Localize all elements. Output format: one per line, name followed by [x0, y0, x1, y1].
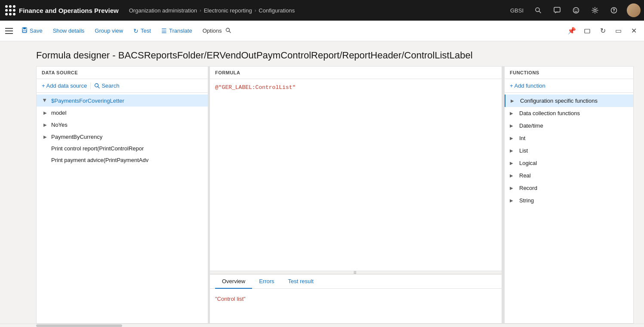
svg-rect-10: [23, 28, 26, 29]
chevron-int: ▶: [510, 136, 517, 141]
chevron-real: ▶: [510, 173, 517, 178]
add-data-source-label: + Add data source: [42, 83, 87, 89]
save-button[interactable]: Save: [17, 24, 47, 37]
refresh-cmd-icon[interactable]: ↻: [596, 24, 610, 38]
function-item-real[interactable]: ▶ Real: [505, 169, 633, 182]
show-details-label: Show details: [53, 28, 85, 34]
chevron-list: ▶: [510, 148, 517, 153]
chevron-payment-currency: ▶: [42, 133, 49, 140]
bottom-panel: Overview Errors Test result "Control lis…: [210, 274, 502, 323]
function-item-logical-label: Logical: [519, 160, 537, 166]
close-icon[interactable]: ✕: [627, 24, 641, 38]
function-item-string-label: String: [519, 197, 534, 204]
svg-line-16: [98, 87, 99, 88]
formula-editor[interactable]: [210, 79, 502, 271]
add-function-label: + Add function: [510, 83, 545, 89]
functions-toolbar: + Add function: [505, 79, 633, 93]
chevron-model: ▶: [42, 109, 49, 116]
page-title-bar: Formula designer - BACSReportsFolder/ERV…: [0, 41, 644, 66]
translate-label: Translate: [169, 28, 192, 34]
breadcrumb-chevron-1: ›: [200, 8, 201, 13]
formula-result: "Control list": [215, 296, 246, 302]
tree-item-payment-currency[interactable]: ▶ PaymentByCurrency: [37, 131, 208, 143]
breadcrumb-item-1[interactable]: Organization administration: [129, 7, 197, 14]
smiley-nav-icon[interactable]: [570, 4, 582, 16]
function-item-record[interactable]: ▶ Record: [505, 182, 633, 194]
command-bar: Save Show details Group view ↻ Test ☰ Tr…: [0, 21, 644, 41]
function-item-config-label: Configuration specific functions: [520, 98, 598, 104]
tab-content: "Control list": [210, 289, 502, 323]
tree-item-model[interactable]: ▶ model: [37, 107, 208, 119]
chevron-payments: ▶: [42, 97, 49, 104]
function-item-int-label: Int: [519, 135, 525, 141]
function-item-int[interactable]: ▶ Int: [505, 132, 633, 144]
group-view-button[interactable]: Group view: [90, 25, 127, 37]
function-item-logical[interactable]: ▶ Logical: [505, 157, 633, 169]
function-item-list[interactable]: ▶ List: [505, 144, 633, 157]
scrollbar-thumb[interactable]: [36, 324, 122, 327]
chevron-datetime: ▶: [510, 123, 517, 128]
svg-rect-11: [23, 31, 26, 32]
tree-item-print-payment[interactable]: Print payment advice(PrintPaymentAdv: [37, 154, 208, 166]
add-function-button[interactable]: + Add function: [510, 82, 545, 90]
breadcrumb-item-3[interactable]: Configurations: [259, 7, 295, 14]
options-label: Options: [203, 28, 222, 34]
function-item-datetime[interactable]: ▶ Date/time: [505, 119, 633, 132]
function-item-data-collection[interactable]: ▶ Data collection functions: [505, 107, 633, 119]
chat-nav-icon[interactable]: [551, 4, 563, 16]
cmd-right: 📌 ↻ ▭ ✕: [565, 24, 641, 38]
data-source-panel: DATA SOURCE + Add data source Search ▶ $…: [36, 66, 208, 324]
pin-icon[interactable]: 📌: [565, 24, 579, 38]
app-grid-icon[interactable]: [3, 3, 17, 17]
expand-icon[interactable]: [580, 24, 594, 38]
chevron-noyes: ▶: [42, 121, 49, 128]
show-details-button[interactable]: Show details: [49, 25, 89, 37]
chevron-record: ▶: [510, 186, 517, 190]
help-nav-icon[interactable]: [608, 4, 620, 16]
tree-item-payments[interactable]: ▶ $PaymentsForCoveringLetter: [37, 95, 208, 107]
formula-panel: FORMULA ≡ Overview Errors Test result "C…: [210, 66, 502, 324]
page-title: Formula designer - BACSReportsFolder/ERV…: [36, 50, 634, 61]
search-nav-icon[interactable]: [532, 4, 544, 16]
refresh-icon: ↻: [133, 28, 139, 34]
tree-item-print-control[interactable]: Print control report(PrintControlRepor: [37, 143, 208, 154]
test-label: Test: [141, 28, 151, 34]
svg-point-8: [613, 12, 614, 12]
org-id: GBSI: [510, 7, 524, 14]
chevron-logical: ▶: [510, 161, 517, 165]
translate-button[interactable]: ☰ Translate: [157, 25, 197, 37]
svg-point-6: [594, 9, 596, 12]
function-item-string[interactable]: ▶ String: [505, 194, 633, 207]
tree-item-model-label: model: [51, 110, 66, 116]
options-button[interactable]: Options: [198, 25, 236, 37]
function-item-config[interactable]: ▶ Configuration specific functions: [505, 95, 633, 107]
svg-line-13: [229, 31, 231, 33]
save-label: Save: [30, 28, 43, 34]
group-view-label: Group view: [95, 28, 123, 34]
tab-overview[interactable]: Overview: [215, 275, 252, 289]
add-data-source-button[interactable]: + Add data source: [42, 82, 87, 90]
breadcrumb-item-2[interactable]: Electronic reporting: [204, 7, 252, 14]
hamburger-icon[interactable]: [3, 25, 15, 37]
main-area: Formula designer - BACSReportsFolder/ERV…: [0, 41, 644, 327]
data-source-toolbar: + Add data source Search: [37, 79, 208, 93]
tree-item-noyes-label: NoYes: [51, 122, 68, 128]
functions-header: FUNCTIONS: [505, 67, 633, 79]
open-icon[interactable]: ▭: [611, 24, 625, 38]
test-button[interactable]: ↻ Test: [129, 25, 155, 37]
save-icon: [22, 27, 28, 34]
avatar[interactable]: [627, 3, 641, 17]
settings-nav-icon[interactable]: [589, 4, 601, 16]
formula-header: FORMULA: [210, 67, 502, 79]
tab-errors[interactable]: Errors: [252, 275, 281, 289]
search-icon: [94, 83, 100, 89]
function-item-real-label: Real: [519, 172, 531, 179]
svg-rect-14: [585, 29, 590, 33]
tree-item-noyes[interactable]: ▶ NoYes: [37, 119, 208, 131]
function-item-datetime-label: Date/time: [519, 122, 543, 129]
scrollbar-area: [0, 324, 644, 327]
resize-handle[interactable]: ≡: [210, 271, 502, 274]
search-data-source-button[interactable]: Search: [94, 82, 119, 90]
svg-point-4: [575, 9, 576, 10]
tab-test-result[interactable]: Test result: [281, 275, 320, 289]
